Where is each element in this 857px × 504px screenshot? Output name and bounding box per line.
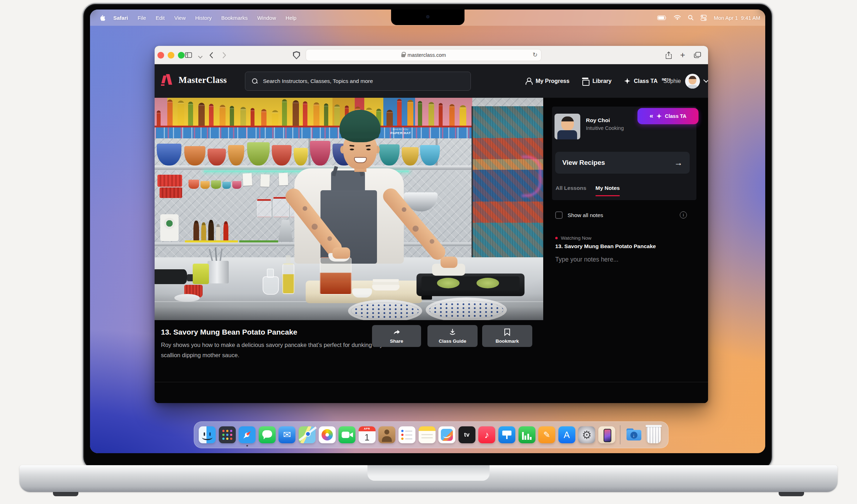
instructor-name: Roy Choi [586, 117, 610, 124]
dock-facetime[interactable] [338, 426, 355, 443]
class-ta-label: Class TA [665, 113, 687, 119]
back-icon[interactable] [206, 50, 216, 60]
dock-calendar[interactable]: APR1 [359, 426, 376, 443]
person-icon [525, 78, 532, 84]
safari-toolbar: masterclass.com ↻ + [155, 46, 708, 64]
library-icon [582, 78, 589, 84]
laptop-marketing-scene: SafariFileEditViewHistoryBookmarksWindow… [0, 0, 857, 504]
dock-divider [620, 425, 621, 444]
forward-icon[interactable] [220, 50, 229, 60]
dock-appstore[interactable]: A [558, 426, 575, 443]
dock-finder[interactable] [199, 426, 216, 443]
dock-pages[interactable]: ✎ [538, 426, 555, 443]
masterclass-logo[interactable]: MasterClass [162, 74, 227, 86]
menu-window[interactable]: Window [257, 15, 276, 21]
url-text: masterclass.com [408, 52, 446, 58]
minimize-button[interactable] [168, 52, 174, 59]
action-share[interactable]: Share [372, 325, 421, 347]
pages-glyph: ✎ [538, 426, 555, 443]
dock-notes[interactable] [419, 426, 436, 443]
menu-view[interactable]: View [174, 15, 186, 21]
tab-all-lessons[interactable]: All Lessons [556, 185, 586, 196]
calendar-day: 1 [359, 431, 376, 443]
dock-settings[interactable]: ⚙ [578, 426, 595, 443]
nav-my-progress[interactable]: My Progress [525, 78, 569, 84]
display-notch [391, 10, 465, 25]
lesson-video-player[interactable]: WHERE YOU PAPER HAT [155, 98, 543, 320]
dock-contacts[interactable] [378, 426, 395, 443]
dock-numbers[interactable] [519, 426, 535, 443]
arrow-right-icon: → [674, 158, 683, 168]
menu-history[interactable]: History [195, 15, 212, 21]
share-icon[interactable] [664, 50, 673, 60]
macbook-base [19, 465, 838, 492]
action-label: Share [372, 338, 421, 344]
nav-library[interactable]: Library [582, 78, 611, 84]
dock-appletv[interactable]: tv [459, 426, 475, 443]
dock-launchpad[interactable] [219, 426, 236, 443]
sidebar-icon[interactable] [184, 50, 193, 60]
apple-menu-icon[interactable] [100, 14, 106, 21]
view-recipes-button[interactable]: View Recipes → [555, 152, 690, 174]
menu-help[interactable]: Help [286, 15, 296, 21]
dock-trash[interactable] [647, 426, 661, 443]
menu-edit[interactable]: Edit [156, 15, 165, 21]
show-all-notes-checkbox[interactable] [555, 211, 563, 219]
search-icon[interactable] [688, 15, 694, 20]
sidebar-chevron-icon[interactable] [195, 52, 205, 62]
battery-icon[interactable] [657, 16, 667, 20]
current-lesson-title: 13. Savory Mung Bean Potato Pancake [555, 243, 656, 250]
class-ta-panel: Roy Choi Intuitive Cooking « Class TA Vi… [543, 98, 708, 403]
lesson-actions: ShareClass GuideBookmark [155, 320, 543, 403]
notes-input[interactable]: Type your notes here... [555, 256, 689, 263]
menu-safari[interactable]: Safari [113, 15, 128, 21]
dock-reminders[interactable] [398, 426, 415, 443]
masterclass-mark-icon [162, 74, 174, 86]
dock-downloads[interactable]: ↓ [625, 426, 642, 443]
watching-dot-icon [555, 237, 558, 239]
search-icon [252, 78, 258, 84]
running-indicator [246, 445, 248, 447]
dock-messages[interactable] [259, 426, 276, 443]
action-class-guide[interactable]: Class Guide [427, 325, 478, 347]
calendar-month: APR [359, 426, 376, 431]
macos-desktop: SafariFileEditViewHistoryBookmarksWindow… [90, 10, 765, 453]
dock-photos[interactable] [319, 426, 336, 443]
info-icon[interactable]: i [680, 211, 687, 218]
class-ta-button[interactable]: « Class TA [637, 108, 699, 124]
lesson-info: 13. Savory Mung Bean Potato Pancake Roy … [155, 320, 543, 403]
menu-bookmarks[interactable]: Bookmarks [221, 15, 248, 21]
mail-glyph: ✉ [278, 426, 295, 443]
search-placeholder: Search Instructors, Classes, Topics and … [263, 78, 373, 84]
dock-safari[interactable] [239, 426, 256, 443]
dock-maps[interactable] [299, 426, 316, 443]
collapse-icon: « [649, 112, 653, 120]
appstore-glyph: A [558, 426, 575, 443]
tab-my-notes[interactable]: My Notes [595, 185, 620, 196]
dock-mail[interactable]: ✉ [278, 426, 295, 443]
dock-keynote[interactable] [498, 426, 515, 443]
privacy-shield-icon[interactable] [293, 51, 300, 59]
menu-bar-items: SafariFileEditViewHistoryBookmarksWindow… [113, 15, 296, 21]
wifi-icon[interactable] [674, 15, 681, 20]
reload-icon[interactable]: ↻ [533, 51, 538, 59]
control-center-icon[interactable] [701, 15, 707, 21]
show-all-notes-label: Show all notes [568, 212, 603, 218]
address-bar[interactable]: masterclass.com ↻ [306, 49, 541, 61]
avatar[interactable] [685, 74, 700, 89]
close-button[interactable] [157, 52, 164, 59]
account-menu[interactable]: Sophie [663, 64, 708, 98]
action-bookmark[interactable]: Bookmark [482, 325, 532, 347]
search-input[interactable]: Search Instructors, Classes, Topics and … [245, 72, 471, 91]
dock-freeform[interactable] [438, 426, 455, 443]
dock-music[interactable]: ♪ [478, 426, 495, 443]
masterclass-header: MasterClass Search Instructors, Classes,… [155, 64, 708, 98]
menu-bar-clock[interactable]: Mon Apr 1 9:41 AM [714, 15, 760, 21]
new-tab-icon[interactable]: + [678, 50, 688, 60]
action-label: Class Guide [427, 338, 478, 344]
tab-overview-icon[interactable] [693, 50, 702, 60]
menu-file[interactable]: File [138, 15, 146, 21]
dock-iphone-mirroring[interactable] [598, 426, 615, 443]
settings-glyph: ⚙ [578, 426, 595, 443]
chevron-down-icon[interactable] [703, 77, 708, 83]
